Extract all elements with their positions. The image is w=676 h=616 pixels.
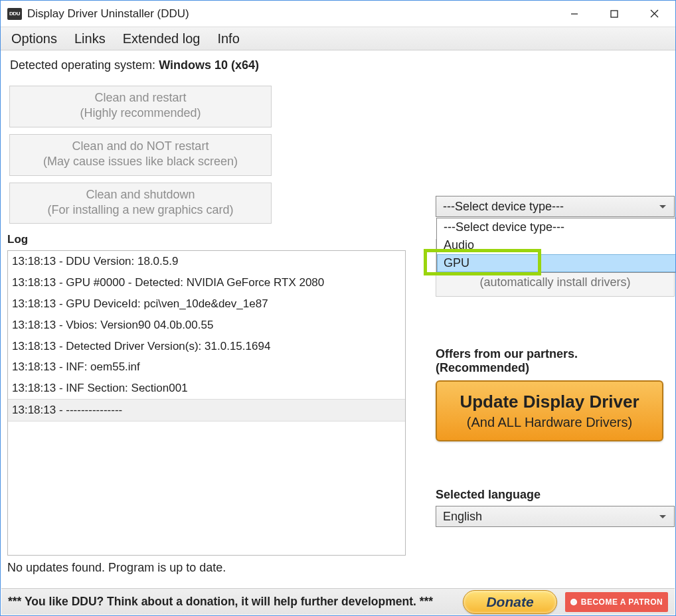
log-line: 13:18:13 - INF: oem55.inf — [8, 356, 405, 378]
partners-title: Offers from our partners. (Recommended) — [436, 347, 675, 375]
log-line: 13:18:13 - DDU Version: 18.0.5.9 — [8, 251, 405, 272]
menu-extended-log[interactable]: Extended log — [114, 27, 209, 50]
menu-links[interactable]: Links — [66, 27, 114, 50]
log-line: 13:18:13 - INF Section: Section001 — [8, 378, 405, 399]
device-type-option-gpu[interactable]: GPU — [437, 254, 676, 272]
update-line1: Update Display Driver — [437, 392, 662, 412]
update-line2: (And ALL Hardware Drivers) — [437, 415, 662, 430]
device-type-option-audio[interactable]: Audio — [437, 236, 676, 254]
footer-text: *** You like DDU? Think about a donation… — [8, 595, 433, 609]
clean-restart-line2: (Highly recommended) — [10, 106, 271, 121]
detected-os: Detected operating system: Windows 10 (x… — [10, 58, 669, 72]
clean-no-restart-button[interactable]: Clean and do NOT restart (May cause issu… — [9, 134, 272, 176]
window-title: Display Driver Uninstaller (DDU) — [27, 7, 189, 21]
clean-no-restart-line2: (May cause issues like black screen) — [10, 154, 271, 169]
log-title: Log — [7, 233, 406, 246]
clean-restart-line1: Clean and restart — [94, 91, 186, 104]
detected-os-value: Windows 10 (x64) — [159, 58, 259, 72]
device-type-option-placeholder[interactable]: ---Select device type--- — [437, 218, 676, 236]
language-title: Selected language — [436, 488, 675, 502]
menu-info[interactable]: Info — [209, 27, 248, 50]
log-line: 13:18:13 - GPU #0000 - Detected: NVIDIA … — [8, 272, 405, 293]
device-type-dropdown: ---Select device type--- Audio GPU — [436, 218, 676, 273]
patron-label: BECOME A PATRON — [581, 597, 663, 607]
clean-shutdown-line1: Clean and shutdown — [86, 188, 195, 201]
clean-no-restart-line1: Clean and do NOT restart — [72, 139, 209, 153]
menu-options[interactable]: Options — [3, 27, 66, 50]
log-line: 13:18:13 - Detected Driver Version(s): 3… — [8, 336, 405, 357]
donate-button[interactable]: Donate — [463, 590, 557, 614]
device-type-select[interactable]: ---Select device type--- ---Select devic… — [436, 196, 675, 217]
patron-button[interactable]: BECOME A PATRON — [565, 592, 668, 612]
clean-shutdown-button[interactable]: Clean and shutdown (For installing a new… — [9, 183, 272, 224]
clean-shutdown-line2: (For installing a new graphics card) — [10, 202, 271, 218]
app-icon: DDU — [7, 8, 22, 20]
title-bar: DDU Display Driver Uninstaller (DDU) — [1, 1, 675, 27]
update-display-driver-button[interactable]: Update Display Driver (And ALL Hardware … — [436, 380, 663, 441]
clean-restart-button[interactable]: Clean and restart (Highly recommended) — [9, 86, 272, 127]
language-select[interactable]: English — [436, 506, 675, 527]
patreon-icon — [570, 599, 577, 605]
menu-bar: Options Links Extended log Info — [1, 27, 675, 50]
detected-os-label: Detected operating system: — [10, 58, 159, 72]
footer-bar: *** You like DDU? Think about a donation… — [1, 588, 675, 615]
log-line: 13:18:13 - Vbios: Version90 04.0b.00.55 — [8, 315, 405, 336]
restore-default-line2: (automatically install drivers) — [479, 275, 630, 289]
close-button[interactable] — [634, 1, 674, 27]
log-line: 13:18:13 - GPU DeviceId: pci\ven_10de&de… — [8, 293, 405, 315]
minimize-button[interactable] — [554, 1, 594, 27]
status-line: No updates found. Program is up to date. — [7, 561, 406, 575]
device-type-selected: ---Select device type--- — [443, 200, 564, 214]
svg-rect-1 — [611, 11, 618, 17]
log-line: 13:18:13 - --------------- — [8, 399, 405, 422]
donate-label: Donate — [486, 594, 533, 610]
log-box[interactable]: 13:18:13 - DDU Version: 18.0.5.9 13:18:1… — [7, 250, 406, 556]
language-value: English — [443, 510, 482, 524]
maximize-button[interactable] — [594, 1, 634, 27]
